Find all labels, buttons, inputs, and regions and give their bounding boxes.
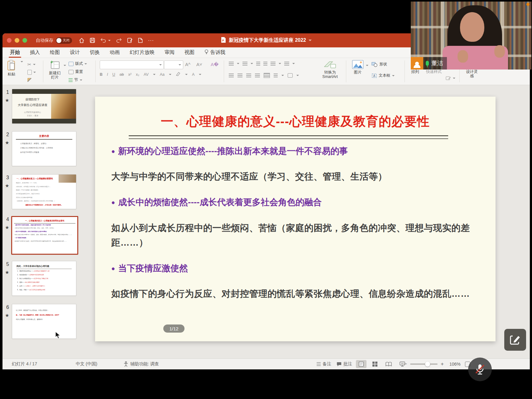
undo-icon[interactable] [100, 38, 106, 43]
font-size-combo[interactable] [164, 60, 183, 69]
ribbon-tab-0[interactable]: 开始 [5, 47, 25, 58]
increase-indent-icon[interactable] [263, 62, 267, 65]
add-remove-columns-icon[interactable] [264, 73, 270, 78]
align-right-icon[interactable] [246, 74, 251, 77]
shrink-font-button[interactable]: A˅ [196, 62, 202, 67]
justify-icon[interactable] [255, 74, 260, 77]
highlight-button[interactable] [176, 72, 181, 77]
character-spacing-button[interactable]: AV [144, 72, 149, 77]
undo-menu-chevron-icon[interactable] [108, 40, 111, 41]
ribbon-tab-1[interactable]: 插入 [25, 47, 45, 58]
save-as-icon[interactable] [127, 38, 133, 43]
microphone-muted-button[interactable] [468, 358, 492, 381]
language-indicator[interactable]: 中文 (中国) [76, 359, 97, 369]
decrease-indent-icon[interactable] [256, 62, 260, 65]
new-document-icon[interactable] [138, 38, 143, 43]
zoom-slider[interactable] [410, 363, 438, 365]
ribbon-tab-4[interactable]: 切换 [85, 47, 105, 58]
numbered-list-icon[interactable] [242, 62, 247, 65]
clear-formatting-button[interactable]: A� [211, 62, 218, 67]
new-slide-button[interactable]: 新建幻灯片 [46, 60, 64, 80]
minimize-window-button[interactable] [15, 38, 19, 43]
thumbnail-number: 1 [6, 89, 9, 95]
tab-label: 插入 [30, 49, 40, 56]
superscript-button[interactable]: x² [128, 72, 131, 77]
slide-thumbnail-4[interactable]: 一、心理健康的意义---心理健康及教育的必要性• 新环境的心理适应使然----推… [11, 216, 78, 255]
underline-button[interactable]: U [113, 72, 115, 77]
accessibility-status[interactable]: 辅助功能: 调查 [123, 359, 159, 369]
align-left-icon[interactable] [229, 74, 234, 77]
italic-button[interactable]: I [107, 72, 108, 77]
notes-button[interactable]: 备注 [317, 359, 331, 369]
align-center-icon[interactable] [237, 74, 242, 77]
title-menu-chevron-icon[interactable] [309, 40, 312, 41]
mic-active-icon [426, 61, 429, 66]
format-painter-button[interactable] [27, 78, 31, 82]
bold-button[interactable]: B [100, 72, 103, 77]
text-direction-icon[interactable] [274, 74, 278, 77]
slide-thumbnail-5[interactable]: 因此，大学生容易出现的心理问题1、理想和现实的矛盾——大学和自己想象的不一样2、… [12, 261, 76, 296]
slide-sorter-view-button[interactable] [370, 360, 380, 368]
close-window-button[interactable] [7, 38, 12, 43]
paste-button[interactable]: 粘贴 [7, 60, 16, 76]
screen: 自动保存 关闭 ··· P 新冠疫情下大学新生适应讲座 2022 [0, 0, 532, 399]
change-case-button[interactable]: Aa [160, 72, 165, 77]
more-commands-icon[interactable]: ··· [148, 38, 154, 43]
slide-thumbnail-2[interactable]: 主要内容心理健康的意义（重要性、必要性）正确认识心理困扰形成心理问题、心理疾病如… [12, 131, 76, 166]
save-icon[interactable] [90, 38, 95, 43]
textbox-button[interactable]: A 文本框 [371, 73, 395, 78]
convert-to-smartart-button[interactable]: 转换为SmartArt [317, 60, 343, 79]
line-spacing-icon[interactable] [271, 62, 276, 65]
font-color-button[interactable]: A [192, 72, 194, 77]
font-name-combo[interactable] [100, 60, 164, 69]
ribbon-tab-9[interactable]: 告诉我 [199, 47, 230, 58]
reading-view-button[interactable] [383, 360, 394, 368]
zoom-percentage[interactable]: 106% [449, 359, 461, 369]
slide-thumbnail-panel: 1疫情防控下大学新生心理适应讲座心理研究与咨询中心主讲人：董洁2主要内容心理健康… [2, 85, 84, 358]
paste-menu-chevron-icon[interactable] [21, 61, 23, 62]
layout-button[interactable]: 版式 [69, 61, 87, 66]
slide-canvas[interactable]: 一、心理健康的意义---心理健康及教育的必要性 ●新环境的心理适应使然----推… [95, 97, 496, 341]
section-button[interactable]: 节 [69, 77, 82, 83]
reset-button[interactable]: 重置 [69, 69, 83, 75]
ribbon-tab-7[interactable]: 审阅 [160, 47, 180, 58]
strikethrough-button[interactable]: ab [120, 72, 124, 77]
slide-thumbnail-3[interactable]: 一、心理健康的意义---心理健康的重要性健康是1，其他的都是一个一个的0。只有1… [12, 174, 76, 209]
align-text-icon[interactable] [288, 73, 293, 78]
ribbon-tab-2[interactable]: 绘图 [45, 47, 65, 58]
slide-thumbnail-1[interactable]: 疫情防控下大学新生心理适应讲座心理研究与咨询中心主讲人：董洁 [12, 89, 76, 124]
cut-button[interactable]: ✂ [27, 62, 36, 67]
normal-view-button[interactable] [356, 360, 367, 368]
subscript-button[interactable]: x₂ [136, 72, 139, 77]
ribbon-tab-3[interactable]: 设计 [65, 47, 85, 58]
tab-label: 幻灯片放映 [130, 49, 155, 56]
autosave-toggle[interactable]: 关闭 [56, 37, 72, 44]
slide-thumbnail-6[interactable]: 以上种种，都容易产生心理失衡，出现心理困扰…故，了解一些心理健康常识，掌握一些自… [12, 304, 76, 339]
thumbnail-number: 4 [6, 217, 9, 222]
zoom-in-button[interactable]: + [441, 361, 444, 367]
bullet-list-icon[interactable] [229, 62, 234, 65]
zoom-slider-knob[interactable] [425, 362, 430, 367]
shapes-button[interactable]: 形状 [371, 62, 387, 67]
document-title[interactable]: 新冠疫情下大学新生适应讲座 2022 [229, 37, 306, 44]
ribbon-tab-5[interactable]: 动画 [105, 47, 125, 58]
annotation-pen-button[interactable] [504, 329, 526, 351]
ribbon-tab-8[interactable]: 视图 [180, 47, 199, 58]
format-background-icon[interactable] [446, 76, 455, 80]
maximize-window-button[interactable] [22, 38, 27, 43]
redo-icon[interactable] [116, 38, 122, 43]
new-slide-chevron-icon[interactable] [64, 65, 66, 66]
tab-label: 动画 [110, 49, 120, 56]
comments-button[interactable]: 批注 [337, 359, 352, 369]
zoom-out-button[interactable]: − [404, 361, 407, 367]
toggle-knob-icon [56, 38, 61, 43]
picture-button[interactable]: 图片 [350, 60, 366, 75]
animation-star-icon [5, 313, 9, 318]
align-menu-icon[interactable] [284, 62, 289, 65]
copy-button[interactable] [27, 70, 36, 75]
home-icon[interactable] [79, 38, 84, 43]
ribbon-tab-6[interactable]: 幻灯片放映 [125, 47, 160, 58]
grow-font-button[interactable]: A^ [185, 62, 190, 67]
webcam-video[interactable]: 董洁 [411, 2, 531, 70]
picture-chevron-icon[interactable] [366, 65, 368, 66]
